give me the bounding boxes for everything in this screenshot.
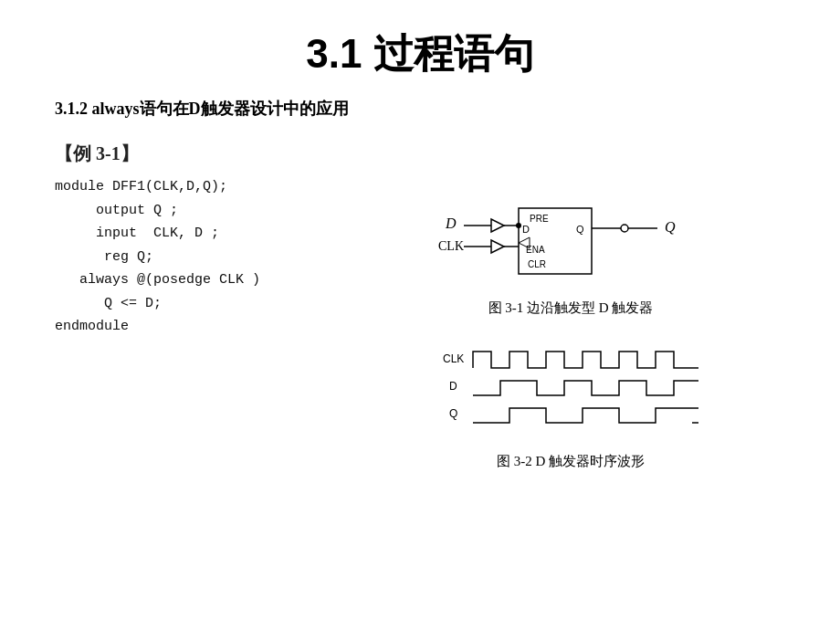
section-title: 3.1.2 always语句在D触发器设计中的应用 bbox=[55, 98, 785, 120]
svg-text:PRE: PRE bbox=[530, 214, 549, 224]
svg-point-16 bbox=[621, 225, 628, 232]
svg-marker-6 bbox=[491, 240, 504, 253]
svg-text:CLK: CLK bbox=[443, 352, 464, 365]
svg-text:Q: Q bbox=[449, 407, 457, 420]
svg-point-19 bbox=[516, 223, 521, 228]
fig1-caption: 图 3-1 边沿触发型 D 触发器 bbox=[488, 299, 654, 317]
timing-svg: CLK D Q bbox=[438, 342, 703, 447]
page: 3.1 过程语句 3.1.2 always语句在D触发器设计中的应用 【例 3-… bbox=[0, 0, 840, 630]
figure-1: D CLK PRE bbox=[356, 175, 785, 317]
diagrams-area: D CLK PRE bbox=[356, 175, 785, 470]
content-area: module DFF1(CLK,D,Q); output Q ; input C… bbox=[55, 175, 785, 470]
svg-text:D: D bbox=[445, 215, 457, 231]
svg-text:D: D bbox=[522, 224, 530, 235]
svg-marker-3 bbox=[491, 219, 504, 232]
svg-text:CLK: CLK bbox=[438, 239, 464, 253]
svg-text:D: D bbox=[449, 380, 457, 393]
example-label: 【例 3-1】 bbox=[55, 142, 785, 166]
page-title: 3.1 过程语句 bbox=[55, 27, 785, 81]
dff-circuit-svg: D CLK PRE bbox=[438, 175, 703, 294]
svg-text:ENA: ENA bbox=[526, 245, 545, 255]
code-block: module DFF1(CLK,D,Q); output Q ; input C… bbox=[55, 175, 338, 470]
svg-text:Q: Q bbox=[665, 219, 676, 235]
figure-2: CLK D Q 图 3-2 D 触发器时序波形 bbox=[356, 342, 785, 470]
fig2-caption: 图 3-2 D 触发器时序波形 bbox=[497, 453, 645, 470]
svg-text:CLR: CLR bbox=[528, 259, 546, 269]
svg-text:Q: Q bbox=[576, 224, 584, 235]
